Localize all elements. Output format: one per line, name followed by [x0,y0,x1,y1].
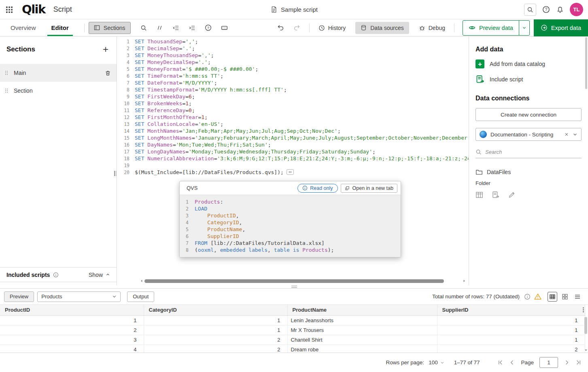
include-script-connection-icon[interactable] [492,191,499,199]
section-item-section[interactable]: Section [0,82,117,100]
panel-scrollbar[interactable] [585,37,587,89]
table-cell: 4 [0,344,144,353]
indent-icon[interactable] [186,22,198,34]
edit-connection-icon[interactable] [508,191,516,199]
include-script-button[interactable]: Include script [475,75,523,84]
chevron-down-icon[interactable] [573,132,577,137]
line-number: 14 [117,128,129,134]
table-row: 11Lenin Jeansshorts1 [0,315,585,325]
table-view-icon[interactable] [548,292,557,302]
connection-select[interactable]: Documentation - Scripting [475,128,582,141]
qlik-logo: Qlik [22,4,45,15]
grid-view-icon[interactable] [560,292,570,302]
page-input[interactable] [539,357,558,368]
help-icon[interactable]: ? [541,5,550,14]
preview-data-dropdown-icon[interactable] [519,21,529,35]
info-icon[interactable] [524,293,531,300]
notifications-icon[interactable] [556,5,565,14]
info-icon [302,185,308,191]
scroll-left-icon[interactable] [140,279,144,283]
drag-handle-icon[interactable] [4,70,9,76]
app-launcher-icon[interactable] [6,5,15,14]
keyboard-shortcuts-icon[interactable] [219,22,231,34]
select-data-icon[interactable] [475,191,483,199]
table-cell: 1 [437,325,585,335]
history-button[interactable]: History [318,25,346,31]
qvs-line-7: 7FROM [lib://:DataFiles/TutorialData.xls… [180,240,401,247]
create-new-connection-button[interactable]: Create new connection [475,108,582,121]
comment-icon[interactable] [154,22,166,34]
connection-search[interactable] [475,146,582,158]
view-tabs: Overview Editor [6,19,80,36]
drag-handle-icon[interactable] [4,87,9,94]
last-page-icon[interactable] [575,359,582,366]
scroll-down-icon[interactable] [584,349,588,352]
tab-overview[interactable]: Overview [6,19,40,36]
preview-view-toggles [548,292,582,302]
scrollbar-track[interactable] [144,278,462,283]
undo-icon[interactable] [275,22,287,34]
previous-page-icon[interactable] [509,359,515,366]
export-icon [541,24,548,31]
column-header-productname[interactable]: ProductName [287,305,437,315]
preview-button[interactable]: Preview [4,291,34,302]
delete-section-icon[interactable] [105,70,111,76]
output-tab[interactable]: Output [127,291,154,302]
preview-table-select[interactable]: Products [37,291,121,302]
editor-preview-splitter[interactable] [0,285,588,288]
page-navigation: Page [497,357,582,368]
sections-toggle-button[interactable]: Sections [89,22,131,34]
code-text: SET CollationLocale='en-US'; [135,121,223,128]
line-number: 9 [117,93,129,100]
editor-horizontal-scrollbar[interactable] [140,278,466,283]
rows-per-page-select[interactable]: 100 [429,359,444,366]
open-in-new-tab-button[interactable]: Open in a new tab [341,184,397,193]
scrollbar-thumb[interactable] [584,317,587,334]
script-line-6: 6SET TimeFormat='h:mm:ss TT'; [117,72,469,79]
section-item-main[interactable]: Main [0,64,117,82]
clear-connection-icon[interactable] [564,132,569,137]
column-header-categoryid[interactable]: CategoryID [144,305,287,315]
next-page-icon[interactable] [564,359,570,366]
avatar[interactable]: TL [570,3,583,16]
debug-button[interactable]: Debug [419,25,445,31]
add-section-button[interactable]: + [103,46,108,53]
history-icon [318,25,325,31]
document-title-group[interactable]: Sample script [270,6,318,13]
search-input[interactable] [485,149,582,155]
code-text: CategoryID, [195,219,242,226]
export-data-button[interactable]: Export data [534,19,588,36]
line-number: 19 [117,162,129,169]
find-replace-icon[interactable] [138,22,150,34]
sections-toggle-label: Sections [104,25,125,31]
global-search-icon[interactable] [524,4,536,16]
add-from-data-catalog-button[interactable]: + Add from data catalog [475,60,545,68]
first-page-icon[interactable] [497,359,503,366]
syntax-help-icon[interactable]: ? [202,22,214,34]
scrollbar-thumb[interactable] [144,279,444,283]
connection-folder-item[interactable]: DataFiles [475,168,582,176]
table-menu-icon[interactable] [580,307,586,313]
column-header-productid[interactable]: ProductID [0,305,144,315]
show-included-scripts-button[interactable]: Show [89,272,110,278]
scroll-right-icon[interactable] [462,279,466,283]
script-editor[interactable]: 1SET ThousandSep=',';2SET DecimalSep='.'… [117,36,469,285]
code-text: $(Must_Include=[lib://DataFiles/Products… [135,169,294,176]
line-number: 6 [117,72,129,79]
code-pane[interactable]: 1SET ThousandSep=',';2SET DecimalSep='.'… [117,38,469,176]
include-link-icon[interactable] [287,169,294,175]
tab-editor[interactable]: Editor [47,19,73,36]
column-header-supplierid[interactable]: SupplierID [437,305,585,315]
redo-icon[interactable] [291,22,303,34]
info-icon[interactable] [53,272,59,278]
panel-collapse-handle[interactable] [114,170,117,176]
list-view-icon[interactable] [573,292,582,302]
table-vertical-scrollbar[interactable] [584,317,588,353]
read-only-badge: Read only [297,184,338,193]
data-sources-button[interactable]: Data sources [355,22,409,34]
add-data-title: Add data [475,46,582,53]
splitter-handle-icon[interactable] [291,286,297,288]
outdent-icon[interactable] [170,22,182,34]
preview-data-button[interactable]: Preview data [463,21,519,35]
toolbar-actions: History Data sources Debug Preview data [273,19,588,36]
